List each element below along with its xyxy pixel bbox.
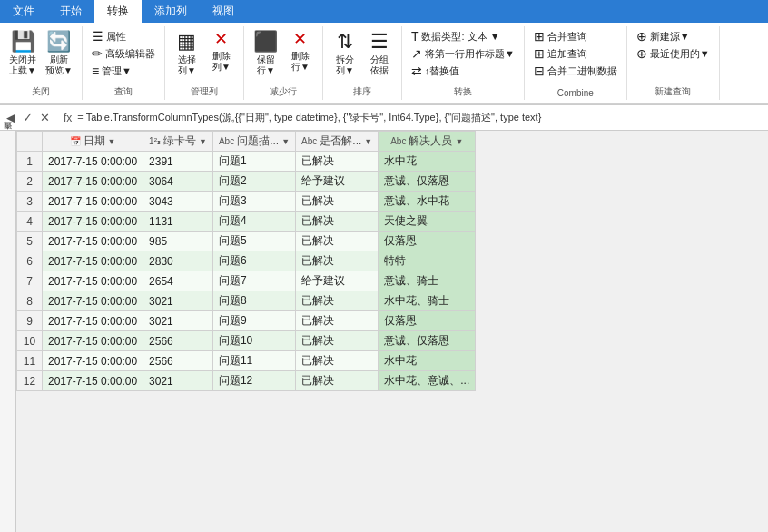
delete-cols-icon: ✕	[214, 30, 228, 50]
tab-home[interactable]: 开始	[47, 0, 94, 23]
ribbon-group-close: 💾 关闭并上载▼ 🔄 刷新预览▼ 关闭	[0, 26, 83, 100]
cell-issue-1: 问题1	[212, 152, 295, 172]
cell-date-4: 2017-7-15 0:00:00	[43, 212, 143, 232]
cell-issue-3: 问题3	[212, 192, 295, 212]
table-row: 8 2017-7-15 0:00:00 3021 问题8 已解决 水中花、骑士	[17, 291, 476, 311]
nav-cancel-button[interactable]: ✕	[37, 111, 53, 124]
properties-button[interactable]: ☰ 属性	[88, 28, 159, 44]
col-header-date[interactable]: 📅 日期 ▼	[43, 132, 143, 152]
col-header-card[interactable]: 1²₃ 绿卡号 ▼	[143, 132, 213, 152]
group-by-button[interactable]: ☰ 分组依据	[363, 28, 396, 78]
row-num-12: 12	[17, 371, 43, 391]
delete-rows-icon: ✕	[293, 30, 307, 50]
use-first-row-button[interactable]: ↗ 将第一行用作标题▼	[408, 45, 518, 62]
append-icon: ⊞	[534, 46, 545, 61]
advanced-editor-button[interactable]: ✏ 高级编辑器	[88, 45, 159, 62]
cell-date-8: 2017-7-15 0:00:00	[43, 291, 143, 311]
group-query-label: 查询	[114, 84, 133, 98]
refresh-icon: 🔄	[46, 30, 71, 54]
delete-columns-button[interactable]: ✕ 删除列▼	[205, 28, 238, 74]
col-header-issue[interactable]: Abc 问题描... ▼	[212, 132, 295, 152]
keep-rows-icon: ⬛	[253, 30, 278, 54]
col-header-person[interactable]: Abc 解决人员 ▼	[379, 132, 476, 152]
ribbon-tab-bar: 文件 开始 转换 添加列 视图	[0, 0, 768, 23]
row-num-4: 4	[17, 212, 43, 232]
row-num-5: 5	[17, 232, 43, 251]
edit-icon: ✏	[92, 46, 103, 61]
ribbon-group-query: ☰ 属性 ✏ 高级编辑器 ≡ 管理▼ 查询	[83, 26, 165, 100]
cell-issue-6: 问题6	[212, 251, 295, 271]
merge-binary-button[interactable]: ⊟ 合并二进制数据	[530, 63, 621, 79]
tab-transform[interactable]: 转换	[94, 0, 142, 23]
data-type-button[interactable]: T 数据类型: 文本 ▼	[408, 28, 518, 44]
person-col-label: 解决人员	[409, 133, 452, 149]
cell-card-4: 1131	[143, 212, 213, 232]
cell-date-7: 2017-7-15 0:00:00	[43, 271, 143, 291]
recent-icon: ⊕	[636, 46, 647, 61]
ribbon-group-reduce-rows: ⬛ 保留行▼ ✕ 删除行▼ 减少行	[244, 26, 323, 100]
card-filter-btn[interactable]: ▼	[199, 137, 207, 146]
cell-card-9: 3021	[143, 311, 213, 331]
replace-values-button[interactable]: ⇄ ↕替换值	[408, 63, 518, 79]
person-filter-btn[interactable]: ▼	[455, 137, 463, 146]
select-columns-button[interactable]: ▦ 选择列▼	[171, 28, 203, 78]
person-type-icon: Abc	[390, 136, 406, 146]
table-row: 2 2017-7-15 0:00:00 3064 问题2 给予建议 意诚、仅落恩	[17, 172, 476, 192]
formula-bar: ◀ ✓ ✕ fx = Table.TransformColumnTypes(源,…	[0, 105, 768, 131]
nav-left-button[interactable]: ◀	[4, 111, 18, 124]
formula-nav: ◀ ✓ ✕	[4, 111, 53, 124]
recent-sources-button[interactable]: ⊕ 最近使用的▼	[633, 45, 714, 62]
merge-icon: ⊞	[534, 29, 545, 44]
data-grid: 📅 日期 ▼ 1²₃ 绿卡号 ▼ Ab	[16, 131, 476, 391]
new-source-button[interactable]: ⊕ 新建源▼	[633, 28, 714, 44]
resolved-type-icon: Abc	[301, 136, 317, 146]
cell-person-9: 仅落恩	[379, 311, 476, 331]
ribbon-group-new-query: ⊕ 新建源▼ ⊕ 最近使用的▼ 新建查询	[627, 26, 720, 100]
close-load-button[interactable]: 💾 关闭并上载▼	[5, 28, 40, 78]
cell-issue-4: 问题4	[212, 212, 295, 232]
group-close-label: 关闭	[32, 84, 50, 98]
cell-person-8: 水中花、骑士	[379, 291, 476, 311]
row-num-10: 10	[17, 331, 43, 351]
cell-issue-7: 问题7	[212, 271, 295, 291]
issue-filter-btn[interactable]: ▼	[281, 137, 290, 146]
cell-date-6: 2017-7-15 0:00:00	[43, 251, 143, 271]
group-sort-label: 排序	[353, 84, 371, 98]
date-filter-btn[interactable]: ▼	[108, 137, 116, 146]
manage-button[interactable]: ≡ 管理▼	[88, 63, 159, 79]
group-transform-label: 转换	[454, 84, 472, 98]
tab-add-column[interactable]: 添加列	[142, 0, 200, 23]
issue-col-label: 问题描...	[237, 133, 279, 149]
split-col-icon: ⇅	[337, 30, 353, 54]
cell-resolved-11: 已解决	[296, 351, 379, 371]
tab-view[interactable]: 视图	[200, 0, 247, 23]
ribbon: 文件 开始 转换 添加列 视图 💾 关闭并上载▼ 🔄 刷新预览▼ 关闭	[0, 0, 768, 105]
col-header-resolved[interactable]: Abc 是否解... ▼	[296, 132, 379, 152]
cell-person-12: 水中花、意诚、...	[379, 371, 476, 391]
keep-rows-button[interactable]: ⬛ 保留行▼	[250, 28, 282, 78]
tab-file[interactable]: 文件	[0, 0, 47, 23]
append-queries-button[interactable]: ⊞ 追加查询	[530, 45, 621, 62]
cell-card-6: 2830	[143, 251, 213, 271]
merge-queries-button[interactable]: ⊞ 合并查询	[530, 28, 621, 44]
cell-card-11: 2566	[143, 351, 213, 371]
cell-issue-9: 问题9	[212, 311, 295, 331]
nav-check-button[interactable]: ✓	[20, 111, 35, 124]
cell-issue-2: 问题2	[212, 172, 295, 192]
group-new-query-label: 新建查询	[655, 84, 691, 98]
cell-person-5: 仅落恩	[379, 232, 476, 251]
split-column-button[interactable]: ⇅ 拆分列▼	[329, 28, 361, 78]
resolved-filter-btn[interactable]: ▼	[364, 137, 372, 146]
refresh-preview-button[interactable]: 🔄 刷新预览▼	[42, 28, 76, 78]
data-grid-wrapper[interactable]: 📅 日期 ▼ 1²₃ 绿卡号 ▼ Ab	[16, 131, 768, 532]
row-num-9: 9	[17, 311, 43, 331]
card-col-label: 绿卡号	[163, 133, 196, 149]
cell-date-10: 2017-7-15 0:00:00	[43, 331, 143, 351]
new-source-icon: ⊕	[636, 29, 647, 44]
cell-issue-11: 问题11	[212, 351, 295, 371]
delete-rows-button[interactable]: ✕ 删除行▼	[284, 28, 317, 74]
table-row: 11 2017-7-15 0:00:00 2566 问题11 已解决 水中花	[17, 351, 476, 371]
date-col-label: 日期	[84, 133, 105, 149]
ribbon-body: 💾 关闭并上载▼ 🔄 刷新预览▼ 关闭 ☰ 属性 ✏	[0, 23, 768, 104]
cell-date-1: 2017-7-15 0:00:00	[43, 152, 143, 172]
